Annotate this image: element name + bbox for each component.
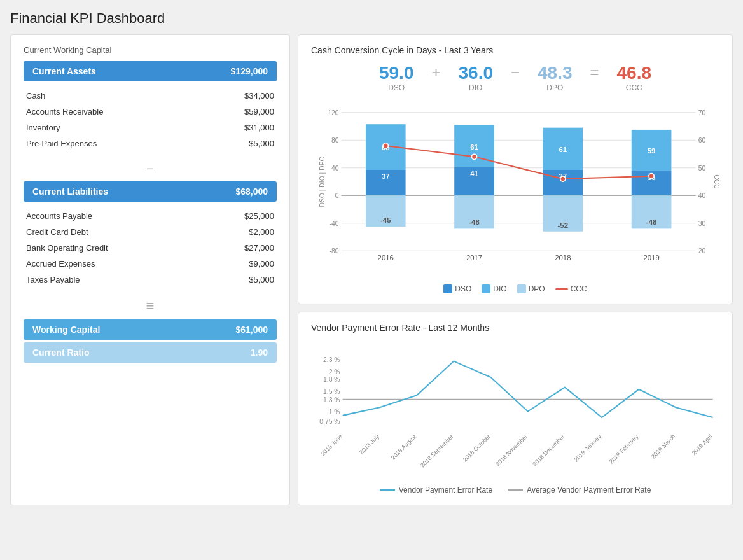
legend-item: CCC [555, 284, 587, 293]
svg-text:-40: -40 [330, 220, 339, 227]
dashboard-title: Financial KPI Dashboard [10, 10, 733, 27]
svg-point-37 [383, 143, 388, 148]
svg-text:CCC: CCC [713, 174, 719, 189]
section-title: Current Working Capital [24, 45, 277, 55]
svg-text:30: 30 [698, 220, 706, 227]
minus-sign: − [24, 162, 277, 176]
vendor-legend-line [380, 489, 395, 491]
kpi-label: CCC [617, 83, 652, 92]
svg-text:2016: 2016 [378, 254, 394, 262]
legend-color-box [517, 284, 526, 293]
svg-text:61: 61 [470, 143, 478, 151]
liability-line-item: Accrued Expenses$9,000 [26, 256, 274, 272]
svg-text:2018 June: 2018 June [319, 433, 344, 458]
svg-text:2019: 2019 [643, 254, 659, 262]
svg-text:2019 February: 2019 February [608, 433, 640, 465]
svg-text:2018 November: 2018 November [494, 433, 529, 468]
svg-text:-45: -45 [380, 216, 391, 224]
svg-text:2018 October: 2018 October [462, 433, 492, 463]
svg-text:59: 59 [648, 147, 656, 155]
svg-text:2019 March: 2019 March [650, 433, 677, 460]
svg-text:120: 120 [328, 109, 339, 116]
kpi-label: DPO [538, 83, 573, 92]
current-liabilities-value: $68,000 [235, 186, 268, 197]
vendor-legend-item: Vendor Payment Error Rate [380, 486, 492, 494]
svg-point-39 [560, 176, 566, 181]
working-capital-label: Working Capital [32, 325, 100, 335]
asset-items: Cash$34,000Accounts Receivable$59,000Inv… [24, 88, 277, 151]
svg-text:80: 80 [331, 137, 339, 144]
svg-text:40: 40 [698, 192, 706, 199]
vendor-chart-svg: 2.3 %2 %1.8 %1.5 %1.3 %1 %0.75 %2018 Jun… [311, 340, 719, 480]
svg-text:2018 July: 2018 July [358, 433, 380, 456]
svg-text:2 %: 2 % [329, 368, 340, 375]
liability-line-item: Credit Card Debt$2,000 [26, 224, 274, 240]
current-assets-value: $129,000 [231, 66, 268, 76]
kpi-box-dpo: 48.3 DPO [525, 63, 585, 92]
vendor-panel: Vendor Payment Error Rate - Last 12 Mont… [298, 312, 733, 505]
kpi-operator: + [426, 64, 445, 92]
svg-text:1.3 %: 1.3 % [323, 396, 340, 403]
dashboard-grid: Current Working Capital Current Assets $… [10, 34, 733, 505]
current-ratio-row: Current Ratio 1.90 [24, 342, 277, 363]
legend-item: DSO [443, 284, 471, 293]
svg-text:70: 70 [698, 109, 706, 116]
asset-line-item: Pre-Paid Expenses$5,000 [26, 136, 274, 151]
legend-line-color [555, 288, 568, 290]
svg-text:1 %: 1 % [329, 409, 340, 416]
liability-items: Accounts Payable$25,000Credit Card Debt$… [24, 208, 277, 288]
svg-text:-80: -80 [330, 248, 339, 255]
kpi-value: 36.0 [458, 63, 493, 83]
svg-text:1.5 %: 1.5 % [323, 388, 340, 395]
current-assets-row: Current Assets $129,000 [24, 61, 277, 81]
bar-chart-container: 12080400-40-80706050403020DSO | DIO | DP… [311, 102, 719, 281]
equals-sign: ≡ [24, 298, 277, 314]
current-assets-label: Current Assets [32, 66, 96, 76]
kpi-box-dio: 36.0 DIO [445, 63, 506, 92]
svg-text:2019 January: 2019 January [573, 433, 603, 463]
working-capital-value: $61,000 [235, 325, 268, 335]
svg-text:61: 61 [559, 146, 567, 153]
kpi-box-dso: 59.0 DSO [366, 63, 427, 92]
kpi-value: 46.8 [617, 63, 652, 83]
asset-line-item: Inventory$31,000 [26, 120, 274, 136]
svg-text:0: 0 [335, 192, 339, 199]
kpi-value: 48.3 [538, 63, 573, 83]
svg-point-40 [649, 174, 654, 179]
legend-item: DPO [517, 284, 545, 293]
current-ratio-value: 1.90 [251, 347, 268, 358]
svg-text:DSO | DIO | DPO: DSO | DIO | DPO [319, 156, 326, 207]
liability-line-item: Bank Operating Credit$27,000 [26, 240, 274, 256]
svg-text:50: 50 [698, 165, 706, 172]
legend-color-box [482, 284, 490, 293]
svg-text:60: 60 [698, 137, 706, 144]
svg-text:2019 April: 2019 April [691, 433, 714, 456]
svg-text:2018 December: 2018 December [531, 433, 566, 468]
svg-point-38 [471, 154, 476, 159]
svg-text:0.75 %: 0.75 % [319, 418, 340, 425]
legend-item: DIO [482, 284, 506, 293]
svg-text:2017: 2017 [466, 254, 482, 262]
asset-line-item: Cash$34,000 [26, 88, 274, 104]
svg-text:40: 40 [331, 165, 339, 172]
kpi-operator: = [585, 64, 604, 92]
ccc-panel: Cash Conversion Cycle in Days - Last 3 Y… [298, 34, 733, 304]
ccc-panel-title: Cash Conversion Cycle in Days - Last 3 Y… [311, 45, 719, 55]
vendor-legend-line [508, 489, 523, 491]
vendor-panel-title: Vendor Payment Error Rate - Last 12 Mont… [311, 323, 719, 333]
kpi-operator: − [506, 64, 525, 92]
svg-text:1.8 %: 1.8 % [323, 376, 340, 383]
current-liabilities-label: Current Liabilities [32, 186, 108, 197]
working-capital-row: Working Capital $61,000 [24, 319, 277, 340]
svg-text:-52: -52 [558, 221, 568, 229]
svg-text:37: 37 [382, 172, 390, 180]
svg-text:41: 41 [470, 170, 478, 178]
legend-color-box [443, 284, 452, 293]
svg-text:2018: 2018 [555, 254, 571, 262]
liability-line-item: Taxes Payable$5,000 [26, 272, 274, 288]
current-ratio-label: Current Ratio [32, 347, 89, 358]
bar-chart-svg: 12080400-40-80706050403020DSO | DIO | DP… [311, 102, 719, 281]
current-liabilities-row: Current Liabilities $68,000 [24, 181, 277, 202]
vendor-chart-container: 2.3 %2 %1.8 %1.5 %1.3 %1 %0.75 %2018 Jun… [311, 340, 719, 480]
svg-text:20: 20 [698, 248, 706, 255]
